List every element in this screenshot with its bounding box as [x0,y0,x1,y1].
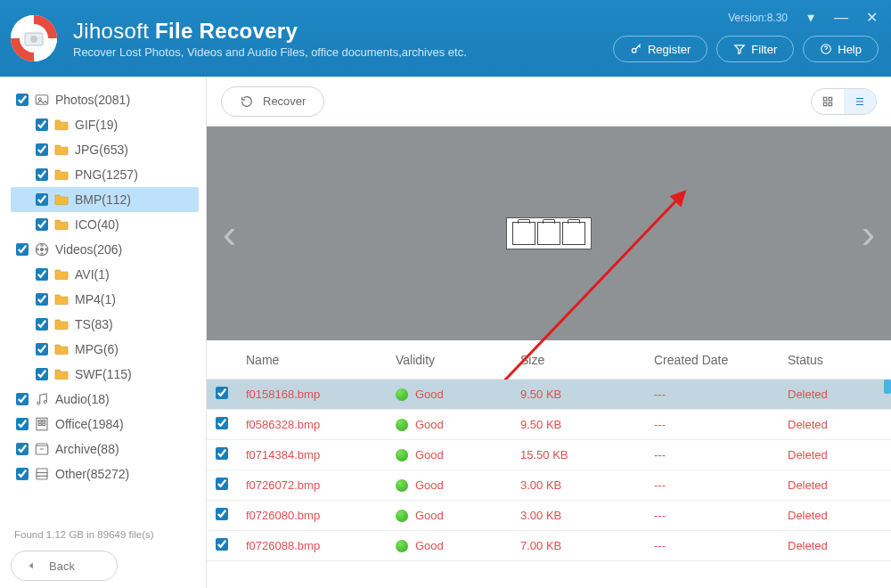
table-row[interactable]: f0586328.bmpGood9.50 KB---Deleted [207,410,891,440]
table-header: Name Validity Size Created Date Status [207,340,891,380]
tree-item-bmp[interactable]: BMP(112) [11,187,199,212]
tree-checkbox[interactable] [16,443,29,455]
register-button[interactable]: Register [613,36,707,62]
svg-point-9 [41,244,43,246]
cell-status: Deleted [788,448,887,461]
col-size[interactable]: Size [520,353,654,367]
tree-checkbox[interactable] [36,168,48,181]
dropdown-button[interactable]: ▾ [804,9,818,26]
svg-point-13 [37,402,40,404]
table-row[interactable]: f0726072.bmpGood3.00 KB---Deleted [207,470,891,501]
svg-rect-20 [36,445,48,454]
tree-category-photos[interactable]: Photos(2081) [11,87,199,112]
cell-status: Deleted [788,478,887,492]
audio-icon [34,391,50,407]
cell-date: --- [654,539,788,552]
help-button[interactable]: Help [803,36,879,62]
tree-item-mpg[interactable]: MPG(6) [11,337,199,362]
tree-checkbox[interactable] [16,94,29,106]
tree-item-jpg[interactable]: JPG(653) [11,137,199,162]
file-tree: Photos(2081)GIF(19)JPG(653)PNG(1257)BMP(… [11,87,199,520]
tree-label: Videos(206) [55,242,122,257]
filter-button[interactable]: Filter [716,36,794,62]
row-checkbox[interactable] [216,387,228,399]
tree-item-gif[interactable]: GIF(19) [11,112,199,137]
tree-category-audio[interactable]: Audio(18) [11,387,199,412]
tree-item-ts[interactable]: TS(83) [11,312,199,337]
folder-icon [53,366,69,382]
cell-name: f0158168.bmp [246,388,396,401]
tree-checkbox[interactable] [16,243,29,256]
tree-checkbox[interactable] [36,268,48,281]
tree-item-mp4[interactable]: MP4(1) [11,287,199,312]
tree-item-avi[interactable]: AVI(1) [11,262,199,287]
back-arrow-icon [28,560,40,571]
cell-size: 9.50 KB [520,388,654,401]
content-area: Recover ‹ › Name Validity Size Created D… [207,77,891,588]
app-logo [7,12,61,65]
cell-size: 15.50 KB [520,448,654,461]
tree-label: BMP(112) [75,192,131,207]
recover-button[interactable]: Recover [221,86,324,117]
scrollbar-thumb[interactable] [884,380,891,394]
app-subtitle: Recover Lost Photos, Videos and Audio Fi… [73,45,467,59]
tree-label: Archive(88) [55,442,119,456]
tree-category-office[interactable]: Office(1984) [11,412,199,437]
preview-pane: ‹ › [207,127,891,340]
table-row[interactable]: f0714384.bmpGood15.50 KB---Deleted [207,440,891,470]
col-validity[interactable]: Validity [396,353,520,367]
col-name[interactable]: Name [246,353,396,367]
videos-icon [34,241,50,257]
tree-checkbox[interactable] [16,468,29,480]
status-dot-icon [396,449,408,461]
tree-checkbox[interactable] [36,118,48,131]
folder-icon [53,167,69,183]
list-view-button[interactable] [844,89,876,114]
tree-checkbox[interactable] [16,418,29,430]
row-checkbox[interactable] [216,508,228,520]
back-button[interactable]: Back [11,551,118,581]
version-label: Version:8.30 [728,12,788,24]
tree-checkbox[interactable] [16,393,29,405]
row-checkbox[interactable] [216,447,228,460]
tree-checkbox[interactable] [36,143,48,156]
svg-rect-16 [38,421,41,422]
row-checkbox[interactable] [216,538,228,551]
tree-category-archive[interactable]: Archive(88) [11,437,199,461]
svg-point-12 [45,249,47,250]
row-checkbox[interactable] [216,478,228,490]
office-icon [34,416,50,432]
tree-category-videos[interactable]: Videos(206) [11,237,199,262]
tree-checkbox[interactable] [36,368,48,380]
view-toggle [811,88,877,115]
preview-next-button[interactable]: › [862,209,875,257]
tree-category-other[interactable]: Other(85272) [11,461,199,486]
table-row[interactable]: f0158168.bmpGood9.50 KB---Deleted [207,380,891,410]
col-status[interactable]: Status [788,353,887,367]
tree-item-png[interactable]: PNG(1257) [11,162,199,187]
svg-rect-25 [829,97,832,101]
row-checkbox[interactable] [216,417,228,429]
cell-status: Deleted [788,418,887,431]
tree-item-ico[interactable]: ICO(40) [11,212,199,237]
table-row[interactable]: f0726088.bmpGood7.00 KB---Deleted [207,531,891,561]
other-icon [34,466,50,482]
titlebar: Jihosoft File Recovery Recover Lost Phot… [0,0,891,77]
cell-date: --- [654,388,788,401]
col-created[interactable]: Created Date [654,353,788,367]
tree-checkbox[interactable] [36,293,48,306]
minimize-button[interactable]: — [834,10,848,26]
svg-point-14 [44,401,46,404]
tree-label: Photos(2081) [55,93,130,107]
close-button[interactable]: ✕ [864,9,879,26]
grid-view-button[interactable] [812,89,844,114]
svg-point-3 [632,48,636,53]
tree-checkbox[interactable] [36,218,48,231]
tree-checkbox[interactable] [36,318,48,331]
tree-item-swf[interactable]: SWF(115) [11,362,199,387]
preview-prev-button[interactable]: ‹ [223,209,236,257]
tree-checkbox[interactable] [36,193,48,206]
tree-checkbox[interactable] [36,343,48,355]
cell-validity: Good [396,539,520,552]
table-row[interactable]: f0726080.bmpGood3.00 KB---Deleted [207,501,891,531]
